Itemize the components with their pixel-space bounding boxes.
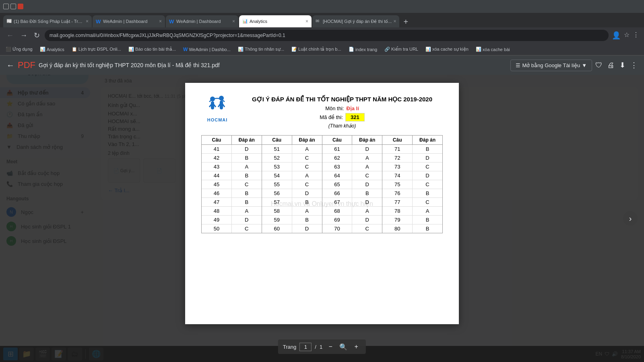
table-row: 52C xyxy=(262,154,322,162)
bm-apps[interactable]: ⬛ Ứng dụng xyxy=(3,45,35,53)
cau-71: 71 xyxy=(382,145,413,153)
bm-luat[interactable]: 📝 Luật chính tả trọn b... xyxy=(289,45,344,53)
cau-61: 61 xyxy=(322,145,353,153)
dap-an-73: C xyxy=(413,162,442,171)
minimize-btn[interactable] xyxy=(3,4,9,9)
bm-xoa-cache-sk[interactable]: 📊 xóa cache sự kiện xyxy=(423,45,471,53)
more-icon[interactable]: ⋮ xyxy=(633,31,639,40)
bm-xoa-cache-bai[interactable]: 📊 xóa cache bài xyxy=(473,45,512,53)
bm-weadmin[interactable]: W WeAdmin | Dashbo... xyxy=(181,45,233,53)
dap-an-71: B xyxy=(413,145,442,153)
table-row: 41D xyxy=(202,145,262,154)
tab-2-close[interactable]: × xyxy=(159,19,162,24)
page-input[interactable] xyxy=(299,343,312,351)
answer-col-2: CâuĐáp án61D62A63A64C65D66B67D68A69D70C xyxy=(322,136,383,233)
dap-an-46: B xyxy=(232,189,262,197)
pdf-main-title: GỢI Ý ĐÁP ÁN ĐỀ THI TỐT NGHIỆP THPT NĂM … xyxy=(242,96,443,103)
bm-xoa-cache-sk-label: xóa cache sự kiện xyxy=(432,47,469,52)
svg-rect-5 xyxy=(220,101,223,109)
page-label: Trang xyxy=(283,344,296,350)
table-row: 45C xyxy=(202,180,262,189)
svg-rect-1 xyxy=(211,101,214,109)
forward-btn[interactable]: → xyxy=(19,30,29,41)
pdf-back-btn[interactable]: ← xyxy=(6,61,14,70)
tab-4-close[interactable]: × xyxy=(305,19,308,24)
bm-index[interactable]: 📄 index trang xyxy=(346,45,380,53)
pdf-toolbar-right: 🛡 🖨 ⬇ ⋮ xyxy=(595,61,638,70)
cau-42: 42 xyxy=(202,154,232,162)
bm-index-icon: 📄 xyxy=(349,47,354,52)
cau-47: 47 xyxy=(202,198,232,206)
security-icon[interactable]: 🛡 xyxy=(595,61,603,70)
address-bar-text: mail.google.com/mail/u/0/#inbox/FMfcgxwJ… xyxy=(50,33,285,38)
dap-an-48: A xyxy=(232,207,262,215)
dap-an-47: B xyxy=(232,198,262,206)
tab-3[interactable]: W WeAdmin | Dashboard × xyxy=(166,15,238,27)
star-icon[interactable]: ☆ xyxy=(624,31,630,40)
pdf-next-page-btn[interactable]: › xyxy=(623,211,638,226)
tab-2[interactable]: W WeAdmin | Dashboard × xyxy=(93,15,165,27)
dap-an-44: B xyxy=(232,171,262,180)
cau-45: 45 xyxy=(202,180,232,189)
back-btn[interactable]: ← xyxy=(5,30,15,41)
pdf-note: (Tham khảo) xyxy=(242,123,443,129)
table-row: 51A xyxy=(262,145,322,154)
maximize-btn[interactable] xyxy=(10,4,16,9)
cau-77: 77 xyxy=(382,198,413,206)
print-icon[interactable]: 🖨 xyxy=(607,61,615,70)
table-row: 53C xyxy=(262,162,322,171)
table-row: 75C xyxy=(382,180,442,189)
dap-an-49: D xyxy=(232,216,262,224)
bm-analytics[interactable]: 📊 Analytics xyxy=(37,45,67,53)
col-header-2-1: Đáp án xyxy=(352,136,382,145)
dap-an-75: C xyxy=(413,180,442,189)
table-row: 64C xyxy=(322,171,382,180)
table-row: 77C xyxy=(382,198,442,207)
close-btn[interactable] xyxy=(18,4,23,9)
bm-lich-truc[interactable]: 📋 Lịch trực ĐSPL Onli... xyxy=(69,45,124,53)
pdf-open-btn[interactable]: ☰ Mở bằng Google Tài liệu ▼ xyxy=(510,60,592,71)
dap-an-67: D xyxy=(352,198,382,206)
bookmarks-bar: ⬛ Ứng dụng 📊 Analytics 📋 Lịch trực ĐSPL … xyxy=(0,43,644,56)
download-icon[interactable]: ⬇ xyxy=(619,61,625,70)
tab-3-favicon: W xyxy=(169,19,175,24)
address-bar[interactable]: mail.google.com/mail/u/0/#inbox/FMfcgxwJ… xyxy=(45,30,609,41)
cau-52: 52 xyxy=(262,154,292,162)
bm-xoa-cache-sk-icon: 📊 xyxy=(425,47,431,52)
new-tab-btn[interactable]: + xyxy=(400,16,411,27)
tab-4[interactable]: 📊 Analytics × xyxy=(239,15,312,27)
more-pdf-icon[interactable]: ⋮ xyxy=(630,61,638,70)
bm-bao-cao-icon: 📊 xyxy=(128,47,134,52)
zoom-in-btn[interactable]: + xyxy=(351,342,361,352)
table-row: 46B xyxy=(202,189,262,198)
profile-icon[interactable]: 👤 xyxy=(612,31,621,40)
reload-btn[interactable]: ↻ xyxy=(32,29,41,41)
cau-64: 64 xyxy=(322,171,353,180)
tab-1[interactable]: 📰 (1) Báo Đời Sống Pháp Luật - Tra... × xyxy=(3,15,92,27)
bm-bao-cao[interactable]: 📊 Báo cáo tin bài thả... xyxy=(126,45,178,53)
tab-5-close[interactable]: × xyxy=(393,19,396,24)
dap-an-68: A xyxy=(352,207,382,215)
bm-nhan-su[interactable]: 📊 Thông tin nhân sự... xyxy=(235,45,287,53)
bm-lich-truc-icon: 📋 xyxy=(72,47,77,52)
cau-70: 70 xyxy=(322,224,353,233)
bm-analytics-icon: 📊 xyxy=(40,47,45,52)
bm-analytics-label: Analytics xyxy=(47,47,64,52)
tab-4-label: Analytics xyxy=(250,19,304,24)
dap-an-77: C xyxy=(413,198,442,206)
tab-1-close[interactable]: × xyxy=(86,19,89,24)
cau-46: 46 xyxy=(202,189,232,197)
dap-an-56: D xyxy=(292,189,322,197)
col-header-3-0: Câu xyxy=(382,136,413,145)
table-row: 80B xyxy=(382,224,442,233)
table-row: 62A xyxy=(322,154,382,162)
tab-5[interactable]: ✉ [HOCMAI] Gợi ý đáp án Đề thi tố... × xyxy=(312,15,399,27)
zoom-icon: 🔍 xyxy=(339,342,348,352)
bm-kiem-tra[interactable]: 🔗 Kiểm tra URL xyxy=(382,45,421,53)
zoom-out-btn[interactable]: − xyxy=(326,342,335,352)
pdf-meta-ma: Mã đề thi: 321 xyxy=(242,113,443,121)
tab-3-close[interactable]: × xyxy=(232,19,235,24)
tab-2-label: WeAdmin | Dashboard xyxy=(103,19,157,24)
ma-de-label: Mã đề thi: xyxy=(320,114,343,120)
browser-chrome: 📰 (1) Báo Đời Sống Pháp Luật - Tra... × … xyxy=(0,0,644,56)
